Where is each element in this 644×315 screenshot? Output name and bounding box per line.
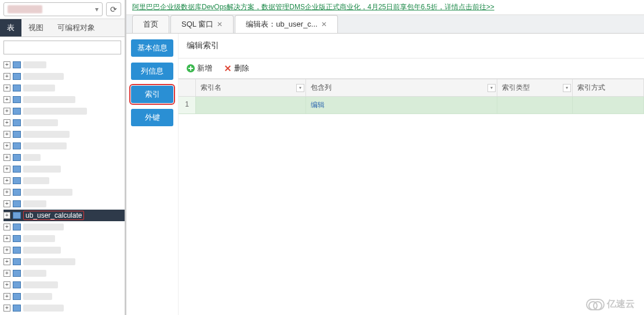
col-index-type[interactable]: 索引类型▾ [497,79,573,96]
tree-item[interactable]: + [3,233,125,244]
expand-icon[interactable]: + [3,61,10,68]
refresh-icon: ⟳ [110,5,117,14]
tree-item-label-blurred [23,293,52,300]
expand-icon[interactable]: + [3,281,10,288]
close-icon[interactable]: ✕ [321,20,327,28]
main-tab-sql[interactable]: SQL 窗口 ✕ [170,15,234,33]
expand-icon[interactable]: + [3,166,10,173]
tree-item[interactable]: + [3,244,125,256]
add-button[interactable]: 新增 [187,63,212,74]
expand-icon[interactable]: + [3,305,10,312]
tree-item[interactable]: + [3,186,125,198]
tree-item-label-blurred [23,177,49,184]
expand-icon[interactable]: + [3,247,10,254]
expand-icon[interactable]: + [3,73,10,80]
tree-item[interactable]: + [3,117,125,129]
cell-index-type[interactable] [497,97,573,113]
expand-icon[interactable]: + [3,108,10,115]
expand-icon[interactable]: + [3,235,10,242]
expand-icon[interactable]: + [3,293,10,300]
tree-item[interactable]: + [3,198,125,210]
side-tab-views[interactable]: 视图 [21,19,50,36]
tree-search-input[interactable] [3,41,121,54]
col-include-columns[interactable]: 包含列▾ [306,79,497,96]
chevron-down-icon[interactable]: ▾ [563,84,571,92]
expand-icon[interactable]: + [3,85,10,91]
table-icon [13,166,21,173]
tree-item[interactable]: + [3,94,125,105]
promo-banner[interactable]: 阿里巴巴企业级数据库DevOps解决方案，数据管理DMS企业版正式商业化，4月2… [126,0,644,15]
chevron-down-icon[interactable]: ▾ [296,84,304,92]
cell-index-method[interactable] [573,97,644,113]
expand-icon[interactable]: + [3,142,10,149]
expand-icon[interactable]: + [3,258,10,265]
table-icon [13,85,21,91]
tree-item[interactable]: + [3,175,125,186]
expand-icon[interactable]: + [3,189,10,196]
table-icon [13,131,21,138]
tree-item[interactable]: + [3,268,125,279]
expand-icon[interactable]: + [3,177,10,184]
expand-icon[interactable]: + [3,200,10,207]
tree-item-label-blurred [23,108,87,115]
col-index-method[interactable]: 索引方式 [573,79,644,96]
table-icon [13,177,21,184]
table-icon [13,142,21,149]
tree-item[interactable]: + [3,71,125,82]
expand-icon[interactable]: + [3,224,10,230]
tree-item-label-blurred [23,96,75,103]
tree-item[interactable]: +ub_user_calculate [3,210,125,221]
table-tree[interactable]: ++++++++++++++ub_user_calculate+++++++++… [0,58,125,315]
expand-icon[interactable]: + [3,212,10,219]
table-icon [13,293,21,300]
database-selector[interactable]: ▾ [3,2,103,16]
table-icon [13,281,21,288]
table-icon [13,270,21,277]
content-title: 编辑索引 [179,34,644,58]
index-grid-row[interactable]: 1 编辑 [179,97,644,114]
tree-item[interactable]: + [3,152,125,163]
cell-include-columns[interactable]: 编辑 [306,97,497,113]
vtab-basic-info[interactable]: 基本信息 [131,39,173,57]
vtab-foreign-key[interactable]: 外键 [131,109,173,126]
expand-icon[interactable]: + [3,119,10,126]
tree-item-label-blurred [23,119,58,126]
tree-item[interactable]: + [3,302,125,314]
expand-icon[interactable]: + [3,270,10,277]
tree-item-label-blurred [23,258,75,265]
side-tab-tables[interactable]: 表 [0,19,21,36]
close-icon[interactable]: ✕ [217,20,223,28]
delete-button[interactable]: 删除 [224,63,249,74]
side-tab-programmable[interactable]: 可编程对象 [50,19,102,36]
watermark: 亿速云 [586,298,635,310]
expand-icon[interactable]: + [3,96,10,103]
cell-index-name[interactable] [196,97,306,113]
tree-item[interactable]: + [3,140,125,152]
tree-item[interactable]: + [3,256,125,268]
tree-item[interactable]: + [3,221,125,233]
col-index-name[interactable]: 索引名▾ [196,79,306,96]
chevron-down-icon[interactable]: ▾ [487,84,496,92]
main-tab-home[interactable]: 首页 [132,15,169,33]
tree-item[interactable]: + [3,129,125,140]
tree-item[interactable]: + [3,59,125,71]
expand-icon[interactable]: + [3,131,10,138]
tree-item-label-blurred [23,131,70,138]
index-grid-header: 索引名▾ 包含列▾ 索引类型▾ 索引方式 [179,79,644,97]
vtab-column-info[interactable]: 列信息 [131,63,173,80]
expand-icon[interactable]: + [3,154,10,161]
tree-item[interactable]: + [3,291,125,302]
tree-item[interactable]: + [3,105,125,117]
refresh-button[interactable]: ⟳ [106,2,121,16]
vtab-index[interactable]: 索引 [131,86,173,103]
promo-link[interactable]: 阿里巴巴企业级数据库DevOps解决方案，数据管理DMS企业版正式商业化，4月2… [132,3,494,11]
main-tab-edit-table[interactable]: 编辑表：ub_user_c... ✕ [235,15,338,33]
tree-item[interactable]: + [3,82,125,94]
tree-item[interactable]: + [3,279,125,291]
tree-item-label-blurred [23,224,64,230]
tree-item[interactable]: + [3,163,125,175]
table-icon [13,305,21,312]
tree-item-label-blurred [23,235,55,242]
table-icon [13,212,21,219]
tree-item-label-blurred [23,166,61,173]
